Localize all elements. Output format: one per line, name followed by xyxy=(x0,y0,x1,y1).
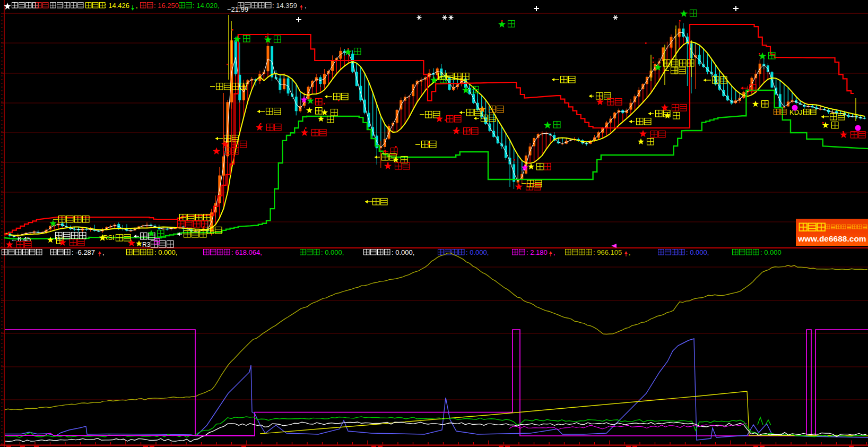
svg-text:: -6.287: : -6.287 xyxy=(72,248,95,256)
svg-text:: 966.105: : 966.105 xyxy=(593,248,622,256)
svg-text:: 16.250,: : 16.250, xyxy=(154,2,181,10)
svg-text:: 0.000,: : 0.000, xyxy=(466,248,489,256)
svg-text:: 0.000,: : 0.000, xyxy=(321,248,344,256)
svg-text:,: , xyxy=(102,248,105,256)
svg-text:: 0.000,: : 0.000, xyxy=(154,248,177,256)
svg-text:←6.45: ←6.45 xyxy=(11,235,31,243)
svg-text:: 14.359: : 14.359 xyxy=(272,2,297,10)
svg-text:: 618.064,: : 618.064, xyxy=(231,248,262,256)
svg-text:: 14.020,: : 14.020, xyxy=(193,2,220,10)
svg-text:R3: R3 xyxy=(142,241,151,248)
svg-text:: 0.000: : 0.000 xyxy=(760,248,782,256)
svg-text:: 0.000,: : 0.000, xyxy=(392,248,414,256)
svg-text:,: , xyxy=(305,2,307,10)
svg-text:: 14.426: : 14.426 xyxy=(105,2,129,10)
svg-text:,: , xyxy=(136,2,138,10)
svg-text:,: , xyxy=(553,248,555,256)
svg-text:www.de6688.com: www.de6688.com xyxy=(797,234,866,243)
svg-text:: 2.180: : 2.180 xyxy=(526,248,548,256)
svg-text:: 0.000,: : 0.000, xyxy=(686,248,709,256)
svg-text:,: , xyxy=(629,248,631,256)
